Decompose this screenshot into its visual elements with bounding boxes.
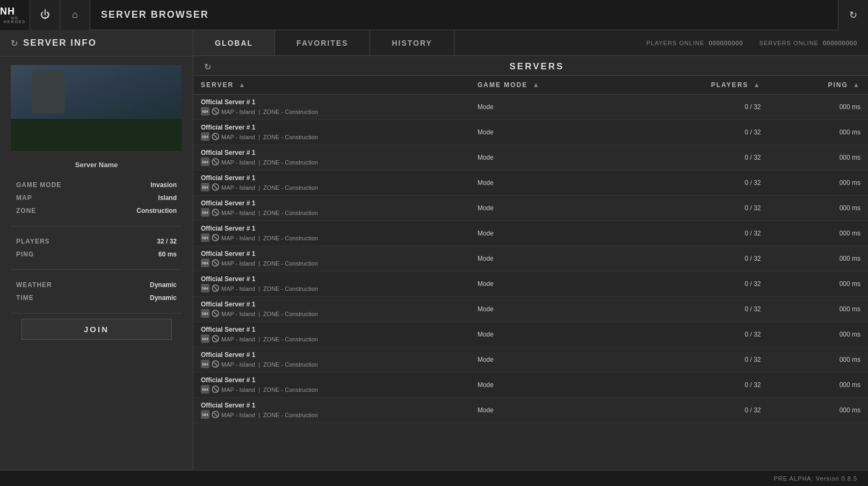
map-row: MAP Island bbox=[16, 191, 177, 204]
ban-icon bbox=[212, 259, 219, 267]
table-row[interactable]: Official Server # 1 NH MAP - Island | ZO… bbox=[193, 297, 868, 322]
players-cell: 0 / 32 bbox=[633, 271, 769, 297]
server-name-text: Official Server # 1 bbox=[201, 301, 462, 308]
server-info-title: SERVER INFO bbox=[23, 38, 97, 48]
ban-icon bbox=[212, 310, 219, 317]
server-name-text: Official Server # 1 bbox=[201, 275, 462, 283]
nh-icon: NH bbox=[201, 259, 209, 267]
map-zone-text: MAP - Island | ZONE - Construction bbox=[221, 159, 318, 166]
server-name-cell: Official Server # 1 NH MAP - Island | ZO… bbox=[193, 170, 470, 196]
map-zone-text: MAP - Island | ZONE - Construction bbox=[221, 311, 318, 317]
server-icon-group: NH MAP - Island | ZONE - Construction bbox=[201, 208, 462, 217]
table-row[interactable]: Official Server # 1 NH MAP - Island | ZO… bbox=[193, 271, 868, 297]
header-refresh-button[interactable]: ↻ bbox=[838, 0, 868, 30]
ban-icon bbox=[212, 284, 219, 292]
weather-label: WEATHER bbox=[16, 281, 52, 289]
game-mode-cell: Mode bbox=[470, 297, 633, 322]
col-server[interactable]: SERVER ▲ bbox=[193, 76, 470, 95]
players-online-stat: PLAYERS ONLINE 000000000 bbox=[647, 40, 743, 46]
table-row[interactable]: Official Server # 1 NH MAP - Island | ZO… bbox=[193, 373, 868, 398]
game-mode-cell: Mode bbox=[470, 347, 633, 373]
server-info-refresh-icon[interactable]: ↻ bbox=[11, 38, 18, 48]
table-row[interactable]: Official Server # 1 NH MAP - Island | ZO… bbox=[193, 95, 868, 120]
version-text: PRE ALPHA: Version 0.8.5 bbox=[774, 475, 857, 482]
home-button[interactable]: ⌂ bbox=[60, 0, 90, 30]
server-icon-group: NH MAP - Island | ZONE - Construction bbox=[201, 410, 462, 419]
table-row[interactable]: Official Server # 1 NH MAP - Island | ZO… bbox=[193, 120, 868, 145]
map-value: Island bbox=[158, 194, 177, 202]
weather-time-section: WEATHER Dynamic TIME Dynamic bbox=[0, 275, 193, 308]
servers-refresh-icon[interactable]: ↻ bbox=[204, 62, 211, 72]
divider-3 bbox=[11, 313, 182, 313]
nh-icon: NH bbox=[201, 334, 209, 343]
tab-history[interactable]: HISTORY bbox=[370, 30, 454, 55]
servers-title-bar: ↻ SERVERS bbox=[193, 56, 868, 76]
nh-icon: NH bbox=[201, 410, 209, 419]
nh-icon: NH bbox=[201, 360, 209, 368]
weather-row: WEATHER Dynamic bbox=[16, 278, 177, 291]
map-zone-text: MAP - Island | ZONE - Construction bbox=[221, 134, 318, 140]
server-icon-group: NH MAP - Island | ZONE - Construction bbox=[201, 334, 462, 343]
zone-value: Construction bbox=[136, 207, 177, 215]
ban-icon bbox=[212, 183, 219, 191]
nh-icon: NH bbox=[201, 309, 209, 318]
game-mode-cell: Mode bbox=[470, 373, 633, 398]
logo-sub: NO HEROES bbox=[0, 16, 30, 24]
map-zone-text: MAP - Island | ZONE - Construction bbox=[221, 412, 318, 418]
tabs-bar: GLOBAL FAVORITES HISTORY PLAYERS ONLINE … bbox=[193, 30, 868, 56]
zone-row: ZONE Construction bbox=[16, 204, 177, 217]
players-online-value: 000000000 bbox=[708, 40, 743, 46]
map-zone-text: MAP - Island | ZONE - Construction bbox=[221, 361, 318, 368]
zone-label: ZONE bbox=[16, 207, 36, 215]
server-name-text: Official Server # 1 bbox=[201, 376, 462, 384]
servers-online-value: 000000000 bbox=[823, 40, 857, 46]
col-players[interactable]: PLAYERS ▲ bbox=[633, 76, 769, 95]
server-rows: Official Server # 1 NH MAP - Island | ZO… bbox=[193, 95, 868, 423]
players-cell: 0 / 32 bbox=[633, 347, 769, 373]
server-table-container[interactable]: SERVER ▲ GAME MODE ▲ PLAYERS ▲ PING bbox=[193, 76, 868, 470]
power-button[interactable]: ⏻ bbox=[30, 0, 60, 30]
main-layout: ↻ SERVER INFO Server Name GAME MODE Inva… bbox=[0, 30, 868, 470]
server-preview-image bbox=[11, 65, 182, 151]
servers-title: SERVERS bbox=[216, 61, 857, 72]
table-row[interactable]: Official Server # 1 NH MAP - Island | ZO… bbox=[193, 347, 868, 373]
table-row[interactable]: Official Server # 1 NH MAP - Island | ZO… bbox=[193, 398, 868, 423]
ping-cell: 000 ms bbox=[769, 221, 868, 246]
ping-label: PING bbox=[16, 251, 34, 258]
col-gamemode[interactable]: GAME MODE ▲ bbox=[470, 76, 633, 95]
server-name-text: Official Server # 1 bbox=[201, 402, 462, 409]
table-row[interactable]: Official Server # 1 NH MAP - Island | ZO… bbox=[193, 170, 868, 196]
server-icon-group: NH MAP - Island | ZONE - Construction bbox=[201, 360, 462, 368]
footer: PRE ALPHA: Version 0.8.5 bbox=[0, 470, 868, 486]
ping-cell: 000 ms bbox=[769, 95, 868, 120]
server-icon-group: NH MAP - Island | ZONE - Construction bbox=[201, 132, 462, 141]
servers-online-label: SERVERS ONLINE bbox=[760, 40, 819, 46]
table-header-row: SERVER ▲ GAME MODE ▲ PLAYERS ▲ PING bbox=[193, 76, 868, 95]
game-mode-cell: Mode bbox=[470, 145, 633, 170]
table-row[interactable]: Official Server # 1 NH MAP - Island | ZO… bbox=[193, 246, 868, 271]
server-icon-group: NH MAP - Island | ZONE - Construction bbox=[201, 183, 462, 191]
server-icon-group: NH MAP - Island | ZONE - Construction bbox=[201, 233, 462, 242]
map-zone-text: MAP - Island | ZONE - Construction bbox=[221, 387, 318, 393]
table-row[interactable]: Official Server # 1 NH MAP - Island | ZO… bbox=[193, 221, 868, 246]
divider-2 bbox=[11, 269, 182, 270]
table-row[interactable]: Official Server # 1 NH MAP - Island | ZO… bbox=[193, 196, 868, 221]
ban-icon bbox=[212, 360, 219, 368]
time-value: Dynamic bbox=[150, 294, 177, 302]
server-icon-group: NH MAP - Island | ZONE - Construction bbox=[201, 107, 462, 116]
ping-row: PING 60 ms bbox=[16, 248, 177, 261]
server-icon-group: NH MAP - Island | ZONE - Construction bbox=[201, 385, 462, 394]
server-name-cell: Official Server # 1 NH MAP - Island | ZO… bbox=[193, 196, 470, 221]
col-ping[interactable]: PING ▲ bbox=[769, 76, 868, 95]
table-row[interactable]: Official Server # 1 NH MAP - Island | ZO… bbox=[193, 145, 868, 170]
join-button[interactable]: JOIN bbox=[21, 319, 172, 340]
table-row[interactable]: Official Server # 1 NH MAP - Island | ZO… bbox=[193, 322, 868, 347]
server-name: Server Name bbox=[0, 156, 193, 175]
tab-global[interactable]: GLOBAL bbox=[193, 30, 275, 55]
players-cell: 0 / 32 bbox=[633, 145, 769, 170]
header: NH NO HEROES ⏻ ⌂ SERVER BROWSER ↻ bbox=[0, 0, 868, 30]
ping-cell: 000 ms bbox=[769, 145, 868, 170]
ping-cell: 000 ms bbox=[769, 373, 868, 398]
tab-favorites[interactable]: FAVORITES bbox=[275, 30, 370, 55]
game-mode-cell: Mode bbox=[470, 322, 633, 347]
